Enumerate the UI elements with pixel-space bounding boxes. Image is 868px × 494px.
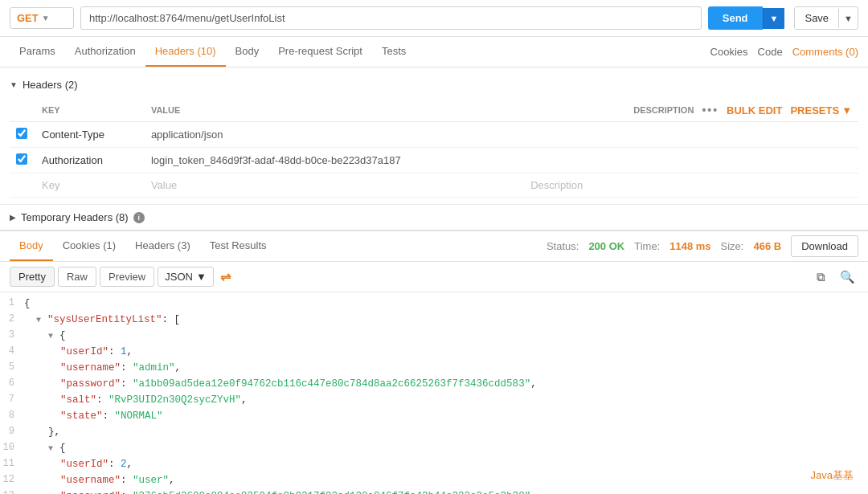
temp-toggle-arrow-icon: ▶ [10, 213, 16, 222]
new-value-input[interactable]: Value [145, 174, 524, 198]
json-line: 9 }, [0, 424, 868, 440]
json-line: 12 "username": "user", [0, 472, 868, 488]
preview-button[interactable]: Preview [100, 267, 154, 287]
save-dropdown-button[interactable]: ▼ [838, 9, 858, 28]
json-line: 7 "salt": "RvP3UID2n30Q2sycZYvH", [0, 392, 868, 408]
presets-button[interactable]: Presets ▼ [790, 104, 852, 116]
search-icon[interactable]: 🔍 [837, 268, 858, 286]
json-body: 1{2 ▼ "sysUserEntityList": [3 ▼ {4 "user… [0, 292, 868, 494]
headers-table: KEY VALUE DESCRIPTION ••• Bulk Edit Pres… [10, 99, 858, 198]
resp-tab-body[interactable]: Body [10, 231, 53, 261]
resp-tab-test-results[interactable]: Test Results [200, 231, 276, 261]
view-bar: Pretty Raw Preview JSON ▼ ⇌ ⧉ 🔍 [0, 262, 868, 292]
row1-key[interactable]: Content-Type [35, 122, 145, 148]
save-button-group: Save ▼ [794, 6, 858, 30]
temp-headers-title: Temporary Headers (8) [21, 211, 129, 223]
json-line: 8 "state": "NORMAL" [0, 408, 868, 424]
headers-section: ▼ Headers (2) KEY VALUE DESCRIPTION ••• … [0, 67, 868, 204]
col-description: DESCRIPTION ••• Bulk Edit Presets ▼ [524, 99, 858, 122]
row1-value[interactable]: application/json [145, 122, 524, 148]
url-input[interactable] [80, 6, 702, 30]
info-icon: i [133, 212, 145, 223]
tab-authorization[interactable]: Authorization [65, 37, 145, 67]
time-value: 1148 ms [669, 240, 710, 252]
row1-checkbox[interactable] [16, 128, 27, 139]
method-select[interactable]: GET ▼ [10, 7, 74, 29]
collapse-arrow-icon[interactable]: ▼ [48, 332, 58, 341]
more-options-icon[interactable]: ••• [702, 104, 719, 116]
new-description-input[interactable]: Description [524, 174, 858, 198]
resp-tab-cookies[interactable]: Cookies (1) [53, 231, 125, 261]
comments-link[interactable]: Comments (0) [792, 46, 858, 58]
row1-description[interactable] [524, 122, 858, 148]
col-value: VALUE [145, 99, 524, 122]
json-line: 11 "userId": 2, [0, 456, 868, 472]
format-chevron-icon: ▼ [196, 271, 207, 283]
send-button-group: Send ▼ [708, 6, 785, 30]
method-chevron-icon: ▼ [42, 14, 50, 22]
bulk-edit-button[interactable]: Bulk Edit [727, 104, 782, 116]
format-select[interactable]: JSON ▼ [158, 267, 214, 287]
tab-pre-request-script[interactable]: Pre-request Script [268, 37, 372, 67]
presets-chevron-icon: ▼ [841, 104, 852, 116]
size-value: 466 B [753, 240, 781, 252]
time-label: Time: [634, 240, 660, 252]
copy-icon[interactable]: ⧉ [813, 268, 829, 286]
row2-value[interactable]: login_token_846d9f3f-adaf-48dd-b0ce-be22… [145, 148, 524, 174]
collapse-arrow-icon[interactable]: ▼ [48, 444, 58, 453]
tab-headers[interactable]: Headers (10) [145, 37, 226, 67]
tab-body[interactable]: Body [226, 37, 269, 67]
response-bar: Body Cookies (1) Headers (3) Test Result… [0, 230, 868, 262]
toggle-arrow-icon: ▼ [10, 80, 18, 89]
status-label: Status: [547, 240, 579, 252]
cookies-link[interactable]: Cookies [710, 46, 748, 58]
json-line: 2 ▼ "sysUserEntityList": [ [0, 312, 868, 328]
table-row: Content-Type application/json [10, 122, 858, 148]
eq-icon[interactable]: ⇌ [220, 269, 231, 284]
new-key-input[interactable]: Key [35, 174, 145, 198]
send-dropdown-button[interactable]: ▼ [763, 8, 785, 29]
resp-tab-headers[interactable]: Headers (3) [125, 231, 200, 261]
collapse-arrow-icon[interactable]: ▼ [36, 316, 46, 325]
row2-key[interactable]: Authorization [35, 148, 145, 174]
pretty-button[interactable]: Pretty [10, 267, 55, 287]
description-label: DESCRIPTION [633, 105, 694, 115]
json-line: 1{ [0, 296, 868, 312]
row2-checkbox[interactable] [16, 153, 27, 165]
json-view-actions: ⧉ 🔍 [813, 268, 858, 286]
json-line: 5 "username": "admin", [0, 360, 868, 376]
format-label: JSON [165, 271, 193, 283]
json-line: 6 "password": "a1bb09ad5dea12e0f94762cb1… [0, 376, 868, 392]
method-label: GET [17, 12, 39, 24]
json-line: 4 "userId": 1, [0, 344, 868, 360]
tab-right-actions: Cookies Code Comments (0) [710, 46, 858, 58]
temp-headers-section[interactable]: ▶ Temporary Headers (8) i [0, 204, 868, 230]
row2-description[interactable] [524, 148, 858, 174]
raw-button[interactable]: Raw [58, 267, 96, 287]
headers-toggle[interactable]: ▼ Headers (2) [10, 74, 858, 96]
json-line: 10 ▼ { [0, 440, 868, 456]
tab-params[interactable]: Params [10, 37, 65, 67]
col-key: KEY [35, 99, 145, 122]
top-bar: GET ▼ Send ▼ Save ▼ [0, 0, 868, 37]
watermark: Java基基 [805, 465, 860, 486]
save-button[interactable]: Save [795, 7, 838, 29]
size-label: Size: [721, 240, 744, 252]
headers-section-title: Headers (2) [23, 79, 78, 91]
send-button[interactable]: Send [708, 6, 763, 30]
status-value: 200 OK [588, 240, 624, 252]
json-line: 3 ▼ { [0, 328, 868, 344]
json-line: 13 "password": "376eb5d2698c804ee83594fe… [0, 488, 868, 494]
tab-tests[interactable]: Tests [372, 37, 416, 67]
request-tabs-row: Params Authorization Headers (10) Body P… [0, 37, 868, 67]
new-header-row: Key Value Description [10, 174, 858, 198]
response-meta: Status: 200 OK Time: 1148 ms Size: 466 B… [547, 235, 858, 257]
code-link[interactable]: Code [758, 46, 783, 58]
table-row: Authorization login_token_846d9f3f-adaf-… [10, 148, 858, 174]
download-button[interactable]: Download [791, 235, 858, 257]
